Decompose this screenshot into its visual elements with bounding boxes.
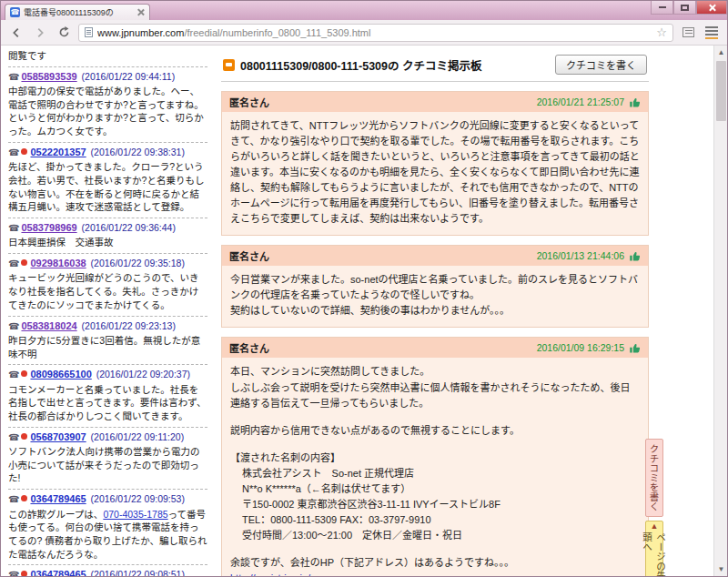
phone-number-link[interactable]: 0568703907	[30, 431, 86, 442]
sidebar-review-item: ☎0522201357 (2016/01/22 09:38:31) 先ほど、掛か…	[8, 143, 207, 218]
review-snippet: ソフトバンク法人向け携帯の営業から電力の小売について話が来そうだったので即効切っ…	[8, 445, 207, 485]
refresh-button[interactable]	[55, 24, 73, 42]
close-icon	[708, 4, 716, 12]
card-line: 〒150-0002 東京都渋谷区渋谷3-11-11 IVYイーストビル8F	[230, 497, 640, 512]
thumbs-up-icon[interactable]	[629, 250, 641, 262]
update-badge	[705, 37, 718, 39]
post-paragraph: 余談ですが、会社のHP（下記アドレス）はあるようですね。。。	[230, 555, 640, 571]
phone-icon: ☎	[8, 321, 19, 331]
phone-number-link[interactable]: 08098665100	[30, 369, 91, 380]
page-content: 閲覧です ☎0585893539 (2016/01/22 09:44:11) 中…	[1, 46, 727, 576]
phone-number-link[interactable]: 0929816038	[30, 258, 86, 268]
alert-dot-icon	[21, 571, 27, 576]
phone-icon: ☎	[8, 223, 19, 233]
refresh-icon	[58, 26, 70, 38]
phone-number-link[interactable]: 0585893539	[21, 71, 76, 82]
phone-icon: ☎	[8, 147, 19, 157]
sidebar-review-item: ☎0364789465 (2016/01/22 09:08:51) こいつら、0…	[8, 565, 207, 576]
card-title: 【渡された名刺の内容】	[230, 450, 640, 466]
bookmark-star-icon[interactable]: ☆	[656, 26, 667, 38]
browser-window: ☎ 電話番号08001115309の www.jpnumber.com/free…	[0, 0, 728, 577]
url-text[interactable]: www.jpnumber.com/freedial/numberinfo_080…	[97, 27, 652, 38]
sidebar-review-item: ☎0929816038 (2016/01/22 09:35:18) キュービック…	[8, 254, 207, 316]
review-snippet: キュービック光回線がどうのこうので、いきなり社長を指名してくる。失礼。さっきかけ…	[8, 271, 207, 311]
phone-icon: ☎	[8, 494, 19, 504]
minimize-button[interactable]	[651, 1, 673, 15]
vertical-scrollbar[interactable]: ▲ ▼	[713, 46, 727, 576]
post-paragraph: しぶしぶ会って説明を受けたら突然申込書に個人情報を書かされそうになったため、後日…	[230, 380, 640, 411]
post-header: 匿名さん 2016/01/13 21:44:06	[222, 246, 648, 266]
post-header: 匿名さん 2016/01/09 16:29:15	[222, 338, 648, 358]
phone-number-link[interactable]: 0522201357	[30, 147, 86, 157]
review-datetime: (2016/01/22 09:20:37)	[96, 369, 190, 380]
review-board: 08001115309/0800-111-5309の クチコミ掲示板 クチコミを…	[214, 46, 649, 576]
review-snippet: 中部電力の保安で電話がありました。ヘー、電話で照明の合わせですか?と言ってますね…	[8, 85, 207, 138]
company-website-link[interactable]: http://assist-inc.jp/	[230, 572, 310, 576]
post-body: 今日営業マンが来ました。so-netの代理店と名乗っていました。前のスレを見ると…	[222, 266, 648, 327]
review-snippet: この詐欺グループは、070-4035-1785って番号も使ってる。何台の使い捨て…	[8, 508, 207, 562]
bookmarks-panel-button[interactable]	[679, 24, 697, 42]
post-datetime: 2016/01/09 16:29:15	[537, 342, 624, 353]
card-line: TEL：0800-111-5309 FAX：03-3797-9910	[230, 512, 640, 528]
review-snippet: コモンメーカーと名乗っていました。社長を名指しで出せと言ってきます。要件は言わず…	[8, 383, 207, 423]
review-datetime: (2016/01/22 09:38:31)	[91, 147, 185, 157]
maximize-button[interactable]	[673, 1, 696, 15]
review-snippet-text: この詐欺グループは、	[8, 509, 103, 520]
post-paragraph: 本日、マンションに突然訪問してきました。	[230, 364, 640, 380]
window-controls	[651, 1, 727, 15]
write-review-button[interactable]: クチコミを書く	[555, 55, 647, 75]
forward-button[interactable]	[31, 24, 49, 42]
post-paragraph: 訪問されてきて、NTTフレッツ光からソフトバンクの光回線に変更すると安くなるとい…	[230, 118, 640, 227]
review-datetime: (2016/01/22 09:35:18)	[91, 258, 185, 268]
menu-button[interactable]	[703, 24, 721, 42]
browser-toolbar: www.jpnumber.com/freedial/numberinfo_080…	[1, 20, 727, 46]
side-tab-page-top[interactable]: ▲ページの先頭へ	[645, 521, 663, 576]
side-tab-write-review[interactable]: クチコミを書く	[645, 439, 663, 517]
phone-number-link[interactable]: 0583818024	[21, 320, 76, 331]
review-datetime: (2016/01/22 09:08:51)	[91, 569, 185, 576]
latest-reviews-sidebar: 閲覧です ☎0585893539 (2016/01/22 09:44:11) 中…	[1, 46, 214, 576]
close-button[interactable]	[696, 1, 727, 15]
back-button[interactable]	[7, 24, 25, 42]
post-datetime: 2016/01/13 21:44:06	[537, 250, 624, 261]
thumbs-up-icon[interactable]	[629, 342, 641, 354]
alert-dot-icon	[21, 370, 27, 377]
tab-close-icon[interactable]	[136, 8, 145, 16]
browser-tab[interactable]: ☎ 電話番号08001115309の	[5, 4, 150, 20]
address-bar[interactable]: www.jpnumber.com/freedial/numberinfo_080…	[78, 24, 673, 42]
post-author: 匿名さん	[229, 95, 269, 109]
url-path: /freedial/numberinfo_0800_111_5309.html	[184, 27, 370, 38]
up-arrow-icon: ▲	[650, 521, 659, 531]
scrollbar-thumb[interactable]	[716, 61, 726, 121]
sidebar-review-item: ☎0364789465 (2016/01/22 09:09:53) この詐欺グル…	[8, 490, 207, 565]
page-title: 08001115309/0800-111-5309の クチコミ掲示板	[240, 56, 550, 74]
phone-number-link[interactable]: 0364789465	[30, 493, 86, 504]
sidebar-review-item: ☎0585893539 (2016/01/22 09:44:11) 中部電力の保…	[8, 67, 207, 143]
post-body: 本日、マンションに突然訪問してきました。 しぶしぶ会って説明を受けたら突然申込書…	[222, 358, 648, 576]
side-tab-label: ページの先頭へ	[641, 532, 668, 576]
scroll-down-icon[interactable]: ▼	[714, 562, 727, 576]
card-line: 株式会社アシスト So-net 正規代理店	[230, 466, 640, 481]
floating-side-tabs: クチコミを書く ▲ページの先頭へ	[645, 439, 663, 576]
phone-number-link[interactable]: 0364789465	[30, 569, 86, 576]
sidebar-review-item: ☎0583818024 (2016/01/22 09:23:13) 昨日夕方に5…	[8, 317, 207, 366]
phone-number-link[interactable]: 070-4035-1785	[103, 509, 167, 520]
review-snippet: 日本興亜損保 交通事故	[8, 236, 207, 249]
page-icon[interactable]	[85, 27, 93, 37]
post-paragraph: 説明内容から信用できない点があるので無視することにします。	[230, 423, 640, 439]
board-icon	[223, 59, 235, 71]
forward-arrow-icon	[34, 26, 46, 39]
thumbs-up-icon[interactable]	[629, 96, 641, 108]
post-author: 匿名さん	[229, 248, 269, 263]
review-snippet: 先ほど、掛かってきました。クローラ?という会社。若い男で、社長いますか?と名乗り…	[8, 160, 207, 214]
card-line: N**o K******a（←名刺は伏せてます）	[230, 481, 640, 497]
scroll-up-icon[interactable]: ▲	[714, 46, 727, 59]
phone-number-link[interactable]: 0583798969	[21, 222, 76, 233]
back-arrow-icon	[10, 26, 23, 39]
review-snippet: 昨日夕方に5分置きに3回着信。無視したが意味不明	[8, 334, 207, 360]
review-snippet-partial: 閲覧です	[8, 47, 207, 67]
title-bar: ☎ 電話番号08001115309の	[1, 1, 727, 20]
post-datetime: 2016/01/21 21:25:07	[537, 96, 624, 107]
review-post: 匿名さん 2016/01/21 21:25:07 訪問されてきて、NTTフレッツ…	[221, 91, 649, 236]
sidebar-review-item: ☎08098665100 (2016/01/22 09:20:37) コモンメー…	[8, 365, 207, 427]
